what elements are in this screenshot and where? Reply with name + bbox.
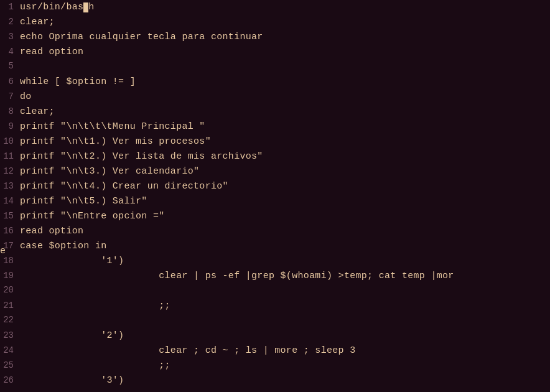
line-content-16: read option xyxy=(20,224,83,238)
code-line-18: 18 '1') xyxy=(0,254,550,269)
code-line-17: 17case $option in xyxy=(0,239,550,254)
line-content-12: printf "\n\t3.) Ver calendario" xyxy=(20,164,199,179)
code-line-6: 6while [ $option != ] xyxy=(0,75,550,90)
line-content-15: printf "\nEntre opcion =" xyxy=(20,209,165,223)
line-number-1: 1 xyxy=(0,1,20,14)
line-number-13: 13 xyxy=(0,180,20,194)
line-content-24: clear ; cd ~ ; ls | more ; sleep 3 xyxy=(20,343,356,358)
code-line-11: 11printf "\n\t2.) Ver lista de mis archi… xyxy=(0,149,550,164)
code-line-15: 15printf "\nEntre opcion =" xyxy=(0,209,550,224)
code-line-7: 7do xyxy=(0,90,550,105)
code-line-22: 22 xyxy=(0,314,550,329)
line-number-19: 19 xyxy=(0,269,20,283)
code-editor: 1 usr/bin/bash 2clear; 3echo Oprima cual… xyxy=(0,0,550,392)
line-content-23: '2') xyxy=(20,329,124,343)
line-content-2: clear; xyxy=(20,15,55,29)
code-line-26: 26 '3') xyxy=(0,373,550,388)
line-content-8: clear; xyxy=(20,105,55,119)
code-line-12: 12printf "\n\t3.) Ver calendario" xyxy=(0,164,550,179)
line-number-2: 2 xyxy=(0,16,20,29)
text-cursor xyxy=(83,2,88,12)
line-content-13: printf "\n\t4.) Crear un directorio" xyxy=(20,179,228,194)
line-number-4: 4 xyxy=(0,45,20,59)
line-content-21: ;; xyxy=(20,299,170,313)
line-number-12: 12 xyxy=(0,165,20,179)
line-content-18: '1') xyxy=(20,254,124,268)
line-number-8: 8 xyxy=(0,105,20,119)
line-number-18: 18 xyxy=(0,254,20,268)
line-number-25: 25 xyxy=(0,359,20,373)
line-content-19: clear | ps -ef |grep $(whoami) >temp; ca… xyxy=(20,269,454,283)
line-content-3: echo Oprima cualquier tecla para continu… xyxy=(20,30,263,44)
code-line-1: 1 usr/bin/bash xyxy=(0,0,550,15)
line-number-21: 21 xyxy=(0,299,20,313)
line-number-22: 22 xyxy=(0,314,20,327)
line-number-15: 15 xyxy=(0,210,20,223)
line-content-14: printf "\n\t5.) Salir" xyxy=(20,194,147,208)
code-line-21: 21 ;; xyxy=(0,299,550,314)
line-content-7: do xyxy=(20,90,32,104)
line-number-26: 26 xyxy=(0,374,20,388)
code-line-13: 13printf "\n\t4.) Crear un directorio" xyxy=(0,179,550,194)
code-line-9: 9printf "\n\t\t\tMenu Principal " xyxy=(0,119,550,134)
code-line-3: 3echo Oprima cualquier tecla para contin… xyxy=(0,30,550,45)
line-number-20: 20 xyxy=(0,284,20,297)
code-line-25: 25 ;; xyxy=(0,358,550,373)
code-line-14: 14printf "\n\t5.) Salir" xyxy=(0,194,550,209)
code-line-16: 16read option xyxy=(0,224,550,239)
code-line-19: 19 clear | ps -ef |grep $(whoami) >temp;… xyxy=(0,269,550,284)
line-number-23: 23 xyxy=(0,329,20,343)
line-number-9: 9 xyxy=(0,120,20,134)
line-number-7: 7 xyxy=(0,90,20,104)
code-line-24: 24 clear ; cd ~ ; ls | more ; sleep 3 xyxy=(0,343,550,358)
line-number-24: 24 xyxy=(0,344,20,358)
edge-char: e xyxy=(0,246,6,256)
line-content-25: ;; xyxy=(20,358,170,373)
line-number-16: 16 xyxy=(0,225,20,238)
code-line-4: 4read option xyxy=(0,45,550,60)
line-number-11: 11 xyxy=(0,150,20,164)
line-number-14: 14 xyxy=(0,195,20,208)
code-line-5: 5 xyxy=(0,60,550,75)
code-line-23: 23 '2') xyxy=(0,329,550,343)
line-content-1: usr/bin/bash xyxy=(20,0,95,14)
line-content-10: printf "\n\t1.) Ver mis procesos" xyxy=(20,134,211,149)
line-content-6: while [ $option != ] xyxy=(20,75,136,89)
line-number-6: 6 xyxy=(0,75,20,89)
line-number-10: 10 xyxy=(0,135,20,149)
line-content-4: read option xyxy=(20,45,83,59)
line-content-26: '3') xyxy=(20,373,124,388)
code-line-20: 20 xyxy=(0,284,550,299)
code-line-10: 10printf "\n\t1.) Ver mis procesos" xyxy=(0,134,550,149)
line-content-11: printf "\n\t2.) Ver lista de mis archivo… xyxy=(20,149,263,164)
line-content-17: case $option in xyxy=(20,239,107,253)
line-number-5: 5 xyxy=(0,60,20,73)
line-content-9: printf "\n\t\t\tMenu Principal " xyxy=(20,119,205,134)
code-line-8: 8clear; xyxy=(0,105,550,119)
line-number-3: 3 xyxy=(0,30,20,44)
code-line-2: 2clear; xyxy=(0,15,550,30)
